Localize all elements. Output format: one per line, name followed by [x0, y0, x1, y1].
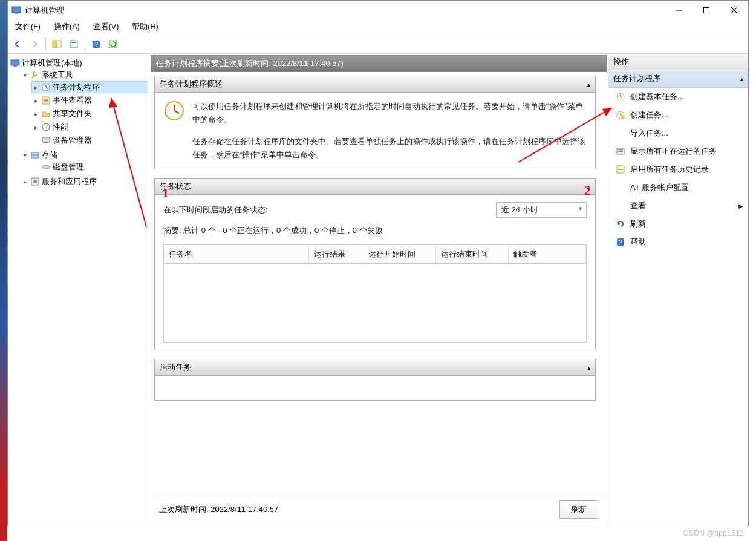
expand-icon[interactable]: ▸ [32, 97, 39, 104]
svg-rect-1 [15, 13, 18, 14]
properties-button[interactable] [67, 37, 81, 51]
task-table-body[interactable] [163, 264, 587, 343]
submenu-arrow-icon: ▶ [738, 203, 743, 209]
svg-point-26 [33, 180, 37, 183]
task-table-header: 任务名 运行结果 运行开始时间 运行结束时间 触发者 [163, 244, 587, 264]
col-result[interactable]: 运行结果 [309, 245, 363, 263]
svg-rect-17 [44, 99, 48, 100]
forward-button[interactable] [27, 37, 42, 51]
menu-view[interactable]: 查看(V) [90, 21, 123, 33]
tree-performance[interactable]: ▸ 性能 [32, 122, 148, 133]
tree-label: 系统工具 [42, 70, 73, 80]
time-range-combo[interactable]: 近 24 小时 [496, 202, 587, 218]
action-label: 查看 [630, 200, 646, 211]
col-trigger[interactable]: 触发者 [509, 245, 586, 263]
section-title: 活动任务 [160, 362, 191, 373]
action-show-running[interactable]: 显示所有正在运行的任务 [608, 142, 748, 160]
event-icon [41, 96, 51, 105]
action-create-basic-task[interactable]: 创建基本任务... [608, 88, 748, 106]
task-status-section: 任务状态 ▴ 在以下时间段启动的任务状态: 近 24 小时 摘要: 总计 0 个… [154, 178, 596, 350]
action-label: 启用所有任务历史记录 [630, 164, 709, 175]
tools-icon [30, 70, 40, 80]
summary-scroll[interactable]: 任务计划程序概述 ▴ 可以使用任务计划程序来创建和管理计算机将在所指定的时间自动… [151, 76, 607, 494]
collapse-icon[interactable]: ▴ [587, 183, 590, 190]
tree-label: 事件查看器 [53, 95, 92, 106]
section-title: 任务状态 [160, 181, 191, 192]
computer-icon [10, 58, 20, 68]
watermark: CSDN @ppp1512 [683, 529, 744, 537]
actions-group-header[interactable]: 任务计划程序 ▴ [608, 70, 748, 88]
refresh-button[interactable]: 刷新 [559, 500, 598, 519]
menu-action[interactable]: 操作(A) [50, 21, 83, 33]
tree-device-manager[interactable]: 设备管理器 [32, 135, 148, 146]
action-import-task[interactable]: 导入任务... [608, 124, 748, 142]
tree-root[interactable]: 计算机管理(本地) [10, 57, 148, 68]
expand-icon[interactable]: ▾ [21, 72, 28, 79]
collapse-icon[interactable]: ▴ [740, 76, 743, 82]
window-title: 计算机管理 [25, 5, 665, 16]
refresh-button[interactable] [106, 37, 120, 51]
action-refresh[interactable]: 刷新 [608, 215, 748, 233]
expand-icon[interactable]: ▸ [32, 84, 39, 91]
tree-event-viewer[interactable]: ▸ 事件查看器 [32, 95, 148, 106]
task-status-header[interactable]: 任务状态 ▴ [155, 179, 595, 195]
action-view[interactable]: 查看 ▶ [608, 197, 748, 215]
action-label: 创建任务... [630, 110, 668, 120]
show-hide-tree-button[interactable] [50, 37, 64, 51]
svg-rect-35 [618, 168, 623, 168]
collapse-icon[interactable]: ▴ [587, 81, 590, 88]
svg-rect-0 [12, 7, 21, 13]
back-button[interactable] [10, 37, 25, 51]
minimize-button[interactable] [665, 1, 692, 20]
action-create-task[interactable]: 创建任务... [608, 106, 748, 124]
tree-label: 性能 [53, 122, 68, 133]
action-label: AT 服务帐户配置 [630, 182, 689, 193]
help-button[interactable]: ? [89, 37, 103, 51]
tree-storage[interactable]: ▾ 存储 [21, 149, 148, 160]
action-help[interactable]: ? 帮助 [608, 233, 748, 251]
tree-label: 存储 [42, 149, 57, 160]
svg-rect-32 [618, 149, 623, 151]
services-icon [30, 177, 40, 186]
svg-rect-7 [57, 41, 61, 48]
svg-rect-8 [70, 41, 77, 48]
history-icon [616, 165, 625, 174]
expand-icon[interactable]: ▸ [32, 111, 39, 117]
task-status-summary: 摘要: 总计 0 个 - 0 个正在运行，0 个成功，0 个停止，0 个失败 [163, 225, 587, 236]
tree-label: 磁盘管理 [53, 162, 84, 172]
expand-icon[interactable]: ▾ [21, 152, 28, 159]
expand-icon[interactable]: ▸ [32, 124, 39, 131]
col-start[interactable]: 运行开始时间 [363, 245, 436, 263]
svg-rect-14 [13, 65, 17, 67]
expand-icon[interactable]: ▸ [21, 179, 28, 185]
toolbar-separator [45, 38, 46, 51]
tree-shared-folders[interactable]: ▸ 共享文件夹 [32, 108, 148, 119]
svg-rect-18 [44, 100, 48, 102]
desktop-background-strip [0, 0, 7, 541]
tree-disk-management[interactable]: 磁盘管理 [32, 162, 148, 172]
navigation-tree[interactable]: 计算机管理(本地) ▾ 系统工具 ▸ [8, 54, 149, 526]
tree-services-apps[interactable]: ▸ 服务和应用程序 [21, 176, 148, 187]
menu-file[interactable]: 文件(F) [11, 21, 44, 33]
refresh-icon [616, 219, 625, 229]
menubar: 文件(F) 操作(A) 查看(V) 帮助(H) [8, 20, 748, 34]
active-tasks-header[interactable]: 活动任务 ▴ [155, 359, 595, 376]
menu-help[interactable]: 帮助(H) [128, 21, 161, 33]
collapse-icon[interactable]: ▴ [587, 364, 590, 371]
maximize-button[interactable] [692, 1, 720, 20]
close-button[interactable] [720, 1, 748, 20]
col-task-name[interactable]: 任务名 [164, 245, 309, 263]
clock-icon [163, 100, 185, 122]
overview-section-header[interactable]: 任务计划程序概述 ▴ [155, 76, 595, 93]
action-label: 创建基本任务... [630, 91, 684, 102]
help-icon: ? [616, 237, 625, 247]
svg-rect-3 [704, 8, 709, 13]
action-at-account[interactable]: AT 服务帐户配置 [608, 179, 748, 197]
summary-header: 任务计划程序摘要(上次刷新时间: 2022/8/11 17:40:57) [151, 55, 607, 72]
col-end[interactable]: 运行结束时间 [436, 245, 509, 263]
titlebar[interactable]: 计算机管理 [8, 1, 748, 20]
tree-task-scheduler[interactable]: ▸ 任务计划程序 [32, 82, 148, 93]
action-label: 刷新 [630, 218, 646, 229]
action-enable-history[interactable]: 启用所有任务历史记录 [608, 160, 748, 179]
tree-system-tools[interactable]: ▾ 系统工具 [21, 70, 148, 80]
